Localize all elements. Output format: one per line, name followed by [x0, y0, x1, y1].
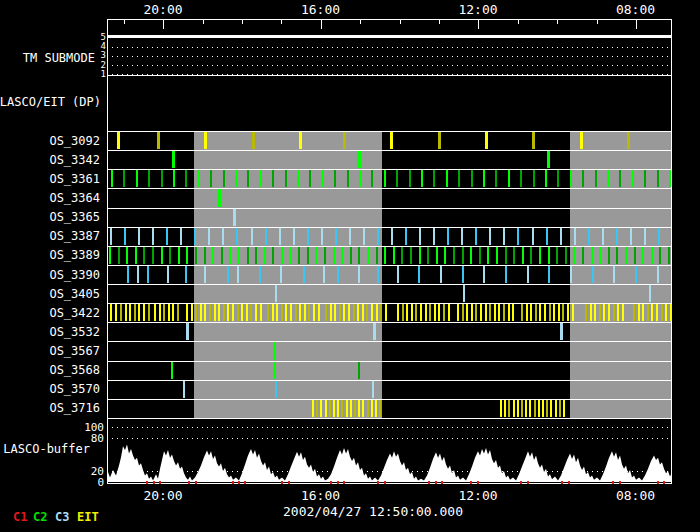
event-tick — [307, 228, 309, 245]
event-tick — [315, 247, 317, 264]
event-tick — [635, 266, 637, 283]
event-tick — [295, 304, 297, 321]
row-separator — [107, 169, 671, 170]
row-label-OS_3365: OS_3365 — [30, 211, 100, 223]
event-tick — [563, 400, 565, 417]
event-tick — [649, 285, 651, 302]
event-tick — [496, 247, 498, 264]
row-label-OS_3568: OS_3568 — [30, 364, 100, 376]
event-tick — [532, 132, 535, 149]
event-tick — [420, 304, 422, 321]
event-tick — [530, 247, 532, 264]
event-tick — [434, 304, 436, 321]
event-tick — [657, 170, 659, 187]
event-tick — [329, 400, 331, 417]
event-tick — [173, 170, 175, 187]
event-tick — [495, 170, 497, 187]
event-tick — [204, 132, 207, 149]
event-tick — [357, 304, 359, 321]
event-tick — [475, 228, 477, 245]
event-tick — [171, 362, 173, 379]
event-tick — [483, 170, 485, 187]
event-tick — [177, 304, 179, 321]
event-tick — [570, 170, 572, 187]
event-tick — [440, 266, 442, 283]
event-tick — [298, 247, 300, 264]
event-tick — [522, 247, 524, 264]
event-tick — [371, 304, 373, 321]
event-tick — [532, 228, 534, 245]
event-tick — [191, 304, 193, 321]
event-tick — [115, 304, 117, 321]
event-tick — [172, 304, 174, 321]
buffer-red-mark — [527, 481, 529, 484]
row-label-OS_3389: OS_3389 — [30, 249, 100, 261]
event-tick — [489, 228, 491, 245]
event-tick — [668, 247, 670, 264]
event-tick — [123, 170, 125, 187]
event-tick — [548, 266, 550, 283]
event-tick — [376, 304, 378, 321]
time-label-top: 08:00 — [616, 3, 655, 16]
event-tick — [647, 304, 649, 321]
event-tick — [371, 400, 373, 417]
event-tick — [471, 170, 473, 187]
event-tick — [602, 228, 604, 245]
tm-dotted-line — [107, 74, 671, 75]
event-tick — [343, 304, 345, 321]
event-tick — [299, 132, 302, 149]
event-tick — [627, 132, 630, 149]
event-tick — [505, 266, 507, 283]
event-tick — [545, 170, 547, 187]
event-tick — [275, 285, 277, 302]
tm-submode-active-line — [107, 35, 671, 38]
event-tick — [582, 247, 584, 264]
event-tick — [195, 247, 197, 264]
frame-hline — [107, 131, 671, 132]
event-tick — [384, 170, 386, 187]
event-tick — [117, 132, 120, 149]
event-tick — [607, 170, 609, 187]
row-label-OS_3422: OS_3422 — [30, 307, 100, 319]
row-separator — [107, 341, 671, 342]
time-label-top: 12:00 — [458, 3, 497, 16]
event-tick — [350, 400, 352, 417]
event-tick — [385, 304, 387, 321]
event-tick — [463, 285, 465, 302]
event-tick — [651, 304, 653, 321]
buffer-red-mark — [435, 481, 437, 484]
event-tick — [358, 362, 360, 379]
buffer-red-mark — [428, 481, 430, 484]
event-tick — [574, 228, 576, 245]
event-tick — [379, 400, 381, 417]
event-tick — [421, 170, 423, 187]
event-tick — [521, 304, 523, 321]
event-tick — [613, 266, 615, 283]
event-tick — [498, 304, 500, 321]
row-separator — [107, 399, 671, 400]
event-tick — [218, 189, 221, 206]
event-tick — [616, 247, 618, 264]
event-tick — [642, 304, 644, 321]
event-tick — [285, 304, 287, 321]
row-separator — [107, 361, 671, 362]
event-tick — [346, 400, 348, 417]
event-tick — [125, 304, 127, 321]
event-tick — [630, 228, 632, 245]
event-tick — [396, 170, 398, 187]
event-tick — [555, 400, 557, 417]
event-tick — [377, 228, 379, 245]
event-tick — [436, 247, 438, 264]
event-tick — [255, 247, 257, 264]
event-tick — [238, 247, 240, 264]
event-tick — [204, 304, 206, 321]
event-tick — [259, 266, 261, 283]
event-tick — [293, 228, 295, 245]
event-tick — [168, 304, 170, 321]
row-label-OS_3361: OS_3361 — [30, 173, 100, 185]
event-tick — [272, 304, 274, 321]
event-tick — [143, 247, 145, 264]
event-tick — [363, 228, 365, 245]
event-tick — [406, 304, 408, 321]
minor-tick — [281, 19, 282, 24]
